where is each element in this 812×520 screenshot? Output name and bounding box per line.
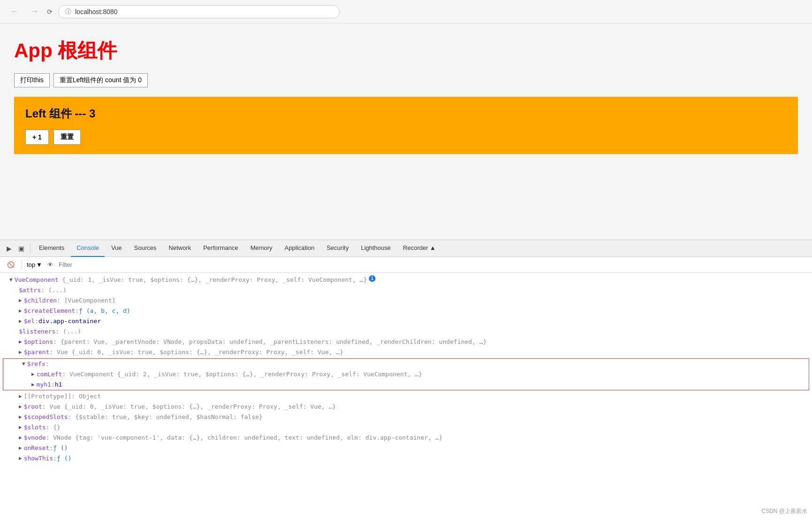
secure-icon: ⓘ (65, 8, 71, 16)
console-line-listeners: $listeners : (...) (0, 326, 812, 337)
console-line-scopedslots: $scopedSlots : {$stable: true, $key: und… (0, 412, 812, 422)
tab-recorder[interactable]: Recorder ▲ (398, 240, 442, 257)
tree-toggle-el[interactable] (19, 317, 22, 326)
console-line-vnode: $vnode : VNode {tag: 'vue-component-1', … (0, 433, 812, 443)
console-text: : (75, 306, 79, 316)
csdn-watermark: CSDN @上善若水 (761, 507, 807, 515)
tree-toggle-refs[interactable] (22, 359, 25, 369)
tree-toggle-prototype[interactable] (19, 392, 22, 401)
console-line-myh1: myh1 : h1 (3, 380, 809, 390)
console-text: $options (24, 337, 54, 347)
tree-toggle-showthis[interactable] (19, 454, 22, 463)
console-text: showThis (24, 454, 54, 463)
console-text: : {$stable: true, $key: undefined, $hasN… (68, 412, 263, 422)
inspect-element-button[interactable]: ▶ (4, 243, 15, 254)
device-toggle-button[interactable]: ▣ (15, 243, 27, 254)
console-text: $slots (24, 423, 46, 432)
tree-toggle-myh1[interactable] (31, 380, 35, 389)
tree-toggle-parent[interactable] (19, 348, 22, 357)
left-reset-button[interactable]: 重置 (54, 130, 81, 145)
tab-elements[interactable]: Elements (33, 240, 70, 257)
console-text: : VueComponent {_uid: 2, _isVue: true, $… (62, 370, 422, 379)
tree-toggle-root[interactable] (19, 402, 22, 411)
filter-input[interactable] (59, 261, 807, 268)
console-line-prototype: [[Prototype]]: Object (0, 391, 812, 402)
forward-button[interactable]: → (27, 6, 41, 17)
tree-toggle-createelement[interactable] (19, 306, 22, 316)
plus-one-button[interactable]: + 1 (25, 130, 49, 145)
tab-performance[interactable]: Performance (198, 240, 244, 257)
console-line-root: $root : Vue {_uid: 0, _isVue: true, $opt… (0, 402, 812, 412)
tab-memory[interactable]: Memory (245, 240, 278, 257)
print-this-button[interactable]: 打印this (14, 73, 50, 87)
console-text: $vnode (24, 433, 46, 442)
left-buttons: + 1 重置 (25, 130, 787, 145)
console-text: $createElement (24, 306, 76, 316)
console-text: : (53, 454, 57, 463)
console-text: onReset (24, 443, 50, 453)
tree-toggle-main[interactable] (9, 275, 13, 285)
tree-toggle-children[interactable] (19, 296, 22, 305)
console-text-main: VueComponent (15, 275, 59, 285)
tree-toggle-scopedslots[interactable] (19, 412, 22, 422)
console-text: $listeners (19, 327, 55, 336)
console-line-showthis: showThis : ƒ () (0, 453, 812, 464)
reset-count-button[interactable]: 重置Left组件的 count 值为 0 (54, 73, 148, 87)
console-text: : (46, 359, 49, 369)
back-button[interactable]: ← (8, 6, 22, 17)
tab-network[interactable]: Network (163, 240, 197, 257)
console-text: : {parent: Vue, _parentVnode: VNode, pro… (53, 337, 487, 347)
console-text: : Vue {_uid: 0, _isVue: true, $options: … (42, 402, 336, 411)
tab-console[interactable]: Console (71, 240, 105, 257)
console-line-refs: $refs : (3, 359, 809, 369)
console-text: : [VueComponent] (57, 296, 115, 305)
console-text: $scopedSlots (24, 412, 68, 422)
address-bar: ⓘ localhost:8080 (58, 5, 340, 18)
console-text: h1 (55, 380, 62, 389)
console-text: ƒ () (53, 443, 68, 453)
tab-separator (30, 244, 31, 253)
context-selector[interactable]: top ▼ (27, 261, 42, 268)
console-text: div.app-container (38, 317, 101, 326)
console-output: VueComponent {_uid: 1, _isVue: true, $op… (0, 273, 812, 520)
console-line-children: $children : [VueComponent] (0, 295, 812, 306)
tree-toggle-options[interactable] (19, 337, 22, 347)
info-icon[interactable]: i (369, 275, 375, 282)
context-label: top (27, 261, 35, 268)
context-dropdown-icon: ▼ (36, 261, 42, 268)
tab-application[interactable]: Application (279, 240, 320, 257)
eye-button[interactable]: 👁 (45, 260, 56, 269)
browser-chrome: ← → ⟳ ⓘ localhost:8080 (0, 0, 812, 23)
console-text: $attrs (19, 286, 41, 295)
url-text: localhost:8080 (75, 8, 117, 16)
left-component-title: Left 组件 --- 3 (25, 106, 787, 121)
console-text: ƒ () (57, 454, 71, 463)
clear-console-button[interactable]: 🚫 (5, 260, 17, 269)
tree-toggle-onreset[interactable] (19, 443, 22, 453)
console-text-props: {_uid: 1, _isVue: true, $options: {…}, _… (59, 275, 367, 285)
console-text: : (49, 443, 53, 453)
console-line-attrs: $attrs : (...) (0, 285, 812, 295)
tree-toggle-slots[interactable] (19, 423, 22, 432)
devtools-tabs: ▶ ▣ Elements Console Vue Sources Network… (0, 240, 812, 257)
console-text: : (35, 317, 38, 326)
console-text: : VNode {tag: 'vue-component-1', data: {… (46, 433, 443, 442)
console-line-comleft: comLeft : VueComponent {_uid: 2, _isVue:… (3, 369, 809, 380)
console-line-createelement: $createElement : ƒ (a, b, c, d) (0, 306, 812, 316)
left-component: Left 组件 --- 3 + 1 重置 (14, 97, 798, 154)
tab-security[interactable]: Security (321, 240, 354, 257)
console-text: [[Prototype]]: Object (24, 392, 101, 401)
console-text: comLeft (37, 370, 62, 379)
tab-vue[interactable]: Vue (106, 240, 128, 257)
console-line-options: $options : {parent: Vue, _parentVnode: V… (0, 337, 812, 347)
console-text: $el (24, 317, 35, 326)
tree-toggle-vnode[interactable] (19, 433, 22, 442)
console-line-slots: $slots : {} (0, 422, 812, 433)
refresh-button[interactable]: ⟳ (47, 8, 53, 16)
tab-sources[interactable]: Sources (129, 240, 162, 257)
tree-toggle-comleft[interactable] (31, 370, 35, 379)
tab-lighthouse[interactable]: Lighthouse (355, 240, 397, 257)
app-title: App 根组件 (14, 38, 798, 64)
console-line-onreset: onReset : ƒ () (0, 443, 812, 453)
console-text: $children (24, 296, 57, 305)
